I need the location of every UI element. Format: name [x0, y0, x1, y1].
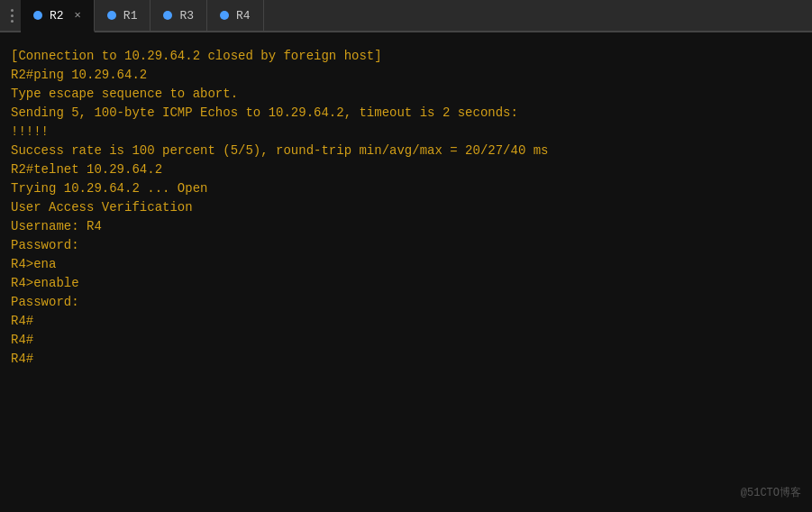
tab-R1[interactable]: R1: [95, 0, 151, 32]
terminal-line: R2#ping 10.29.64.2: [11, 66, 801, 85]
terminal-line: Username: R4: [11, 217, 801, 236]
terminal-line: [Connection to 10.29.64.2 closed by fore…: [11, 47, 801, 66]
tab-R3[interactable]: R3: [151, 0, 207, 32]
terminal-line: Success rate is 100 percent (5/5), round…: [11, 142, 801, 160]
tab-bar: R2 ✕ R1 R3 R4: [0, 0, 812, 32]
tab-dot-R1: [107, 11, 116, 20]
tab-R4[interactable]: R4: [207, 0, 264, 32]
terminal-line: !!!!!: [11, 123, 801, 142]
terminal-line: User Access Verification: [11, 198, 801, 217]
tab-label-R4: R4: [236, 9, 251, 23]
terminal-line: R4#: [11, 312, 801, 331]
tab-label-R2: R2: [50, 9, 64, 23]
tab-dot-R4: [220, 11, 229, 20]
terminal-line: Sending 5, 100-byte ICMP Echos to 10.29.…: [11, 104, 801, 123]
close-icon[interactable]: ✕: [75, 10, 81, 21]
terminal-line: Password:: [11, 293, 801, 312]
watermark: @51CTO博客: [741, 485, 801, 501]
tab-dot-R2: [33, 11, 42, 20]
tab-label-R3: R3: [179, 9, 194, 23]
terminal[interactable]: [Connection to 10.29.64.2 closed by fore…: [0, 32, 812, 512]
terminal-line: R4>ena: [11, 255, 801, 274]
tab-label-R1: R1: [123, 9, 138, 23]
terminal-line: R4#: [11, 350, 801, 369]
terminal-line: R4#: [11, 331, 801, 350]
terminal-line: R2#telnet 10.29.64.2: [11, 160, 801, 179]
tab-R2[interactable]: R2 ✕: [21, 0, 95, 32]
terminal-line: Password:: [11, 236, 801, 255]
terminal-line: Type escape sequence to abort.: [11, 85, 801, 104]
tab-dot-R3: [163, 11, 172, 20]
terminal-line: R4>enable: [11, 274, 801, 293]
terminal-line: Trying 10.29.64.2 ... Open: [11, 179, 801, 198]
drag-handle[interactable]: [4, 9, 21, 23]
